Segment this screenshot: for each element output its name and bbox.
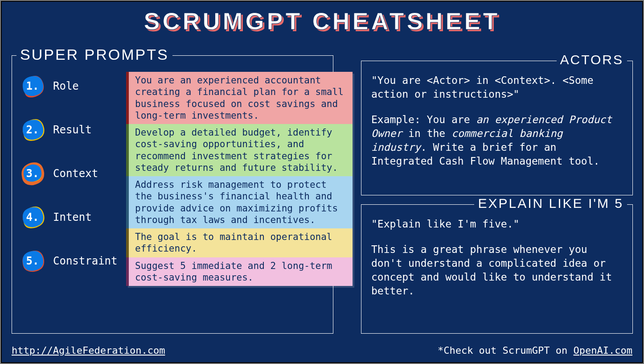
eli5-text: This is a great phrase whenever you don'… (371, 243, 623, 298)
prompt-name: Context (53, 167, 98, 180)
slide: SCRUMGPT CHEATSHEET SCRUMGPT CHEATSHEET … (1, 1, 643, 363)
blob-icon: 4. (20, 205, 45, 230)
footer-link-left[interactable]: http://AgileFederation.com (12, 345, 165, 356)
blob-icon: 3. (20, 161, 45, 186)
super-prompts-label: SUPER PROMPTS (16, 46, 172, 63)
prompt-name: Intent (53, 211, 92, 223)
footer-right-prefix: *Check out ScrumGPT on (438, 345, 574, 356)
footer-right: *Check out ScrumGPT on OpenAI.com (438, 345, 632, 356)
eli5-label: EXPLAIN LIKE I'M 5 (474, 196, 627, 211)
eli5-panel: EXPLAIN LIKE I'M 5 "Explain like I'm fiv… (361, 204, 633, 334)
example-result: Develop a detailed budget, identify cost… (126, 124, 353, 176)
eli5-quote: "Explain like I'm five." (371, 217, 623, 231)
page-title: SCRUMGPT CHEATSHEET SCRUMGPT CHEATSHEET (2, 7, 642, 35)
prompt-row-context: 3. Context (20, 161, 118, 186)
example-intent: The goal is to maintain operational effi… (126, 228, 353, 257)
footer-link-right[interactable]: OpenAI.com (574, 345, 632, 356)
prompt-row-role: 1. Role (20, 74, 118, 99)
actors-example-mid: in the (402, 128, 451, 139)
prompt-list: 1. Role 2. Result 3. Conte (20, 74, 118, 292)
actors-panel: ACTORS "You are <Actor> in <Context>. <S… (361, 61, 633, 195)
prompt-number: 4. (20, 205, 45, 230)
title-text: SCRUMGPT CHEATSHEET (144, 8, 500, 34)
blob-icon: 2. (20, 117, 45, 142)
actors-label: ACTORS (557, 52, 627, 67)
actors-example: Example: You are an experienced Product … (371, 113, 623, 168)
prompt-name: Result (53, 124, 92, 136)
prompt-number: 5. (20, 248, 45, 273)
blob-icon: 1. (20, 74, 45, 99)
actors-body: "You are <Actor> in <Context>. <Some act… (361, 61, 632, 173)
prompt-row-result: 2. Result (20, 117, 118, 142)
prompt-name: Role (53, 80, 79, 92)
prompt-row-intent: 4. Intent (20, 205, 118, 230)
example-stack: You are an experienced accountant creati… (126, 72, 353, 286)
blob-icon: 5. (20, 248, 45, 273)
example-constraint: Suggest 5 immediate and 2 long-term cost… (126, 257, 353, 286)
eli5-body: "Explain like I'm five." This is a great… (361, 205, 632, 302)
prompt-row-constraint: 5. Constraint (20, 248, 118, 273)
prompt-name: Constraint (53, 255, 118, 267)
prompt-number: 3. (20, 161, 45, 186)
actors-template: "You are <Actor> in <Context>. <Some act… (371, 74, 623, 101)
example-role: You are an experienced accountant creati… (126, 72, 353, 124)
actors-example-prefix: Example: You are (371, 114, 476, 125)
prompt-number: 1. (20, 74, 45, 99)
example-context: Address risk management to protect the b… (126, 176, 353, 228)
prompt-number: 2. (20, 117, 45, 142)
super-prompts-panel: SUPER PROMPTS 1. Role 2. Result (12, 55, 333, 334)
